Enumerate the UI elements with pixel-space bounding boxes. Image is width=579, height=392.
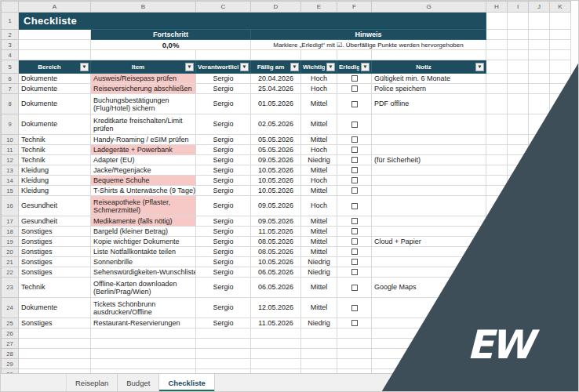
empty-cell[interactable]	[550, 40, 571, 50]
cell-erledigt[interactable]	[337, 114, 372, 135]
erledigt-checkbox[interactable]	[351, 177, 358, 183]
filter-button[interactable]: ▾	[326, 63, 335, 71]
cell-bereich[interactable]: Dokumente	[19, 94, 91, 114]
cell-verantwortlich[interactable]: Sergio	[196, 145, 251, 155]
empty-cell[interactable]	[529, 165, 550, 176]
erledigt-checkbox[interactable]	[351, 228, 358, 234]
row-number[interactable]: 7	[2, 84, 19, 94]
empty-cell[interactable]	[529, 216, 550, 227]
row-number[interactable]: 19	[2, 237, 19, 247]
cell-verantwortlich[interactable]: Sergio	[196, 298, 251, 318]
cell-verantwortlich[interactable]: Sergio	[196, 186, 251, 196]
cell-notiz[interactable]	[372, 267, 486, 278]
cell-erledigt[interactable]	[337, 135, 372, 145]
cell-item[interactable]: Kreditkarte freischalten/Limit prüfen	[91, 114, 196, 135]
row-number[interactable]: 24	[2, 298, 19, 318]
empty-cell[interactable]	[550, 114, 571, 135]
empty-cell[interactable]	[486, 114, 508, 135]
cell-item[interactable]: Bargeld (kleiner Betrag)	[91, 227, 196, 237]
erledigt-checkbox[interactable]	[351, 167, 358, 173]
empty-cell[interactable]	[550, 176, 571, 186]
cell-item[interactable]: Medikamente (falls nötig)	[91, 216, 196, 227]
cell-verantwortlich[interactable]: Sergio	[196, 318, 251, 328]
cell-faellig[interactable]: 08.05.2026	[251, 237, 301, 247]
cell-faellig[interactable]: 06.05.2026	[251, 278, 301, 298]
empty-cell[interactable]	[486, 30, 508, 40]
cell-faellig[interactable]: 25.04.2026	[251, 84, 301, 94]
empty-cell[interactable]	[529, 298, 550, 318]
erledigt-checkbox[interactable]	[351, 147, 358, 153]
cell-bereich[interactable]: Dokumente	[19, 74, 91, 84]
cell-notiz[interactable]	[372, 216, 486, 227]
erledigt-checkbox[interactable]	[351, 75, 358, 82]
empty-cell[interactable]	[529, 318, 550, 328]
cell-wichtigkeit[interactable]: Niedrig	[301, 257, 337, 267]
cell-erledigt[interactable]	[337, 318, 372, 328]
empty-cell[interactable]	[529, 40, 550, 50]
cell-faellig[interactable]: 09.05.2026	[251, 196, 301, 216]
row-number[interactable]: 14	[2, 176, 19, 186]
empty-cell[interactable]	[529, 257, 550, 267]
empty-cell[interactable]	[508, 318, 529, 328]
row-number[interactable]: 25	[2, 318, 19, 328]
empty-cell[interactable]	[529, 135, 550, 145]
erledigt-checkbox[interactable]	[351, 249, 358, 255]
empty-cell[interactable]	[486, 278, 508, 298]
row-number[interactable]: 13	[2, 165, 19, 176]
empty-cell[interactable]	[508, 278, 529, 298]
cell-notiz[interactable]	[372, 257, 486, 267]
header-erledigt[interactable]: Erledigt▾	[337, 60, 372, 74]
column-header-k[interactable]: K	[550, 2, 571, 13]
empty-cell[interactable]	[486, 298, 508, 318]
cell-verantwortlich[interactable]: Sergio	[196, 84, 251, 94]
empty-cell[interactable]	[19, 328, 91, 339]
empty-cell[interactable]	[486, 60, 508, 74]
cell-wichtigkeit[interactable]: Mittel	[301, 298, 337, 318]
empty-cell[interactable]	[550, 359, 571, 369]
empty-cell[interactable]	[550, 298, 571, 318]
empty-cell[interactable]	[508, 186, 529, 196]
cell-notiz[interactable]	[372, 196, 486, 216]
cell-verantwortlich[interactable]: Sergio	[196, 267, 251, 278]
cell-bereich[interactable]: Sonstiges	[19, 318, 91, 328]
cell-erledigt[interactable]	[337, 227, 372, 237]
empty-cell[interactable]	[550, 247, 571, 257]
empty-cell[interactable]	[550, 135, 571, 145]
erledigt-checkbox[interactable]	[351, 203, 358, 209]
header-item[interactable]: Item▾	[91, 60, 196, 74]
cell-erledigt[interactable]	[337, 298, 372, 318]
cell-erledigt[interactable]	[337, 165, 372, 176]
cell-notiz[interactable]	[372, 114, 486, 135]
empty-cell[interactable]	[91, 339, 196, 349]
cell-bereich[interactable]: Dokumente	[19, 114, 91, 135]
empty-cell[interactable]	[529, 84, 550, 94]
empty-cell[interactable]	[486, 186, 508, 196]
cell-faellig[interactable]: 09.05.2026	[251, 216, 301, 227]
cell-bereich[interactable]: Technik	[19, 145, 91, 155]
cell-notiz[interactable]	[372, 165, 486, 176]
erledigt-checkbox[interactable]	[351, 187, 358, 194]
erledigt-checkbox[interactable]	[351, 259, 358, 265]
empty-cell[interactable]	[529, 155, 550, 165]
empty-cell[interactable]	[196, 349, 251, 359]
empty-cell[interactable]	[550, 155, 571, 165]
cell-wichtigkeit[interactable]: Hoch	[301, 145, 337, 155]
empty-cell[interactable]	[550, 216, 571, 227]
empty-cell[interactable]	[486, 145, 508, 155]
cell-verantwortlich[interactable]: Sergio	[196, 278, 251, 298]
erledigt-checkbox[interactable]	[351, 285, 358, 291]
empty-cell[interactable]	[486, 165, 508, 176]
cell-verantwortlich[interactable]: Sergio	[196, 165, 251, 176]
empty-cell[interactable]	[508, 349, 529, 359]
filter-button[interactable]: ▾	[290, 63, 299, 71]
cell-wichtigkeit[interactable]: Hoch	[301, 84, 337, 94]
cell-notiz[interactable]	[372, 145, 486, 155]
cell-erledigt[interactable]	[337, 267, 372, 278]
erledigt-checkbox[interactable]	[351, 157, 358, 163]
row-number[interactable]: 23	[2, 278, 19, 298]
cell-wichtigkeit[interactable]: Hoch	[301, 176, 337, 186]
cell-bereich[interactable]: Technik	[19, 155, 91, 165]
empty-cell[interactable]	[550, 257, 571, 267]
row-number[interactable]: 28	[2, 349, 19, 359]
row-number[interactable]: 21	[2, 257, 19, 267]
